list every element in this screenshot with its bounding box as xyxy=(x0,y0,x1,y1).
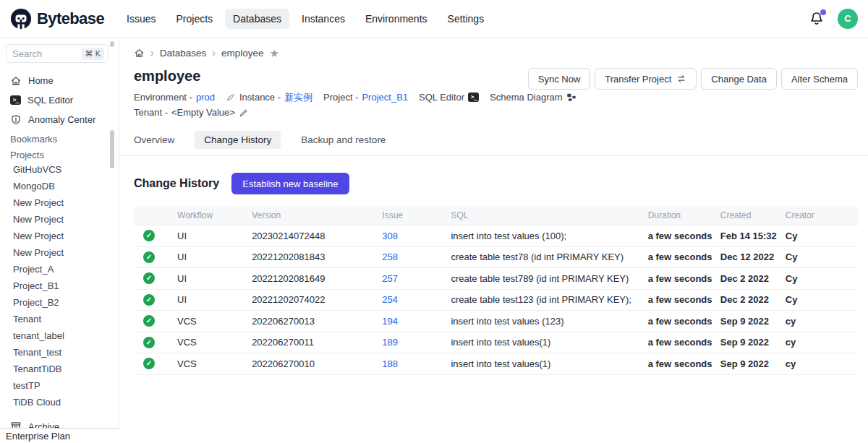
transfer-arrows-icon xyxy=(676,74,686,84)
tab-overview[interactable]: Overview xyxy=(134,131,174,149)
alter-schema-button[interactable]: Alter Schema xyxy=(781,68,858,90)
schema-diagram-icon xyxy=(566,93,576,103)
establish-new-baseline-button[interactable]: Establish new baseline xyxy=(231,173,349,194)
issue-link[interactable]: 258 xyxy=(382,251,398,262)
sidebar-scrollbar-cap[interactable] xyxy=(110,41,114,47)
workflow-cell: VCS xyxy=(171,311,246,332)
nav-item-issues[interactable]: Issues xyxy=(119,9,163,29)
sidebar-scrollbar-thumb[interactable] xyxy=(110,130,114,168)
bytebase-logo[interactable]: Bytebase xyxy=(10,8,104,30)
sync-now-button[interactable]: Sync Now xyxy=(528,68,591,90)
search-box[interactable]: ⌘ K xyxy=(6,44,109,63)
breadcrumb-databases[interactable]: Databases xyxy=(160,48,207,59)
sidebar-project-new-project-2[interactable]: New Project xyxy=(0,211,119,228)
sidebar-item-anomaly-center[interactable]: Anomaly Center xyxy=(6,110,113,129)
sidebar-project-tenant-test[interactable]: Tenant_test xyxy=(0,344,119,361)
sidebar-project-project-a[interactable]: Project_A xyxy=(0,261,119,278)
nav-item-environments[interactable]: Environments xyxy=(357,9,435,29)
issue-link[interactable]: 189 xyxy=(382,337,398,348)
issue-link[interactable]: 254 xyxy=(382,294,398,305)
sql-cell: insert into test values(1) xyxy=(445,332,642,353)
table-row[interactable]: ✓ VCS 202206270011 189 insert into test … xyxy=(134,332,858,353)
nav-item-instances[interactable]: Instances xyxy=(294,9,353,29)
breadcrumb-home-icon[interactable] xyxy=(134,48,145,59)
sidebar-item-sql-editor[interactable]: >_ SQL Editor xyxy=(6,90,113,110)
sidebar-project-testtp[interactable]: testTP xyxy=(0,377,119,394)
change-data-label: Change Data xyxy=(711,74,767,85)
environment-meta: Environment - prod xyxy=(134,92,215,103)
version-cell: 202206270011 xyxy=(246,332,376,353)
success-check-icon: ✓ xyxy=(143,272,155,284)
issue-link[interactable]: 308 xyxy=(382,231,398,241)
nav-item-projects[interactable]: Projects xyxy=(169,9,221,29)
sidebar-section-bookmarks[interactable]: Bookmarks xyxy=(0,129,119,145)
instance-link[interactable]: 新实例 xyxy=(284,91,312,104)
notification-bell-icon[interactable] xyxy=(809,11,825,27)
home-icon xyxy=(10,75,22,87)
table-row[interactable]: ✓ VCS 202206270013 194 insert into test … xyxy=(134,311,858,332)
sidebar-project-tenanttidb[interactable]: TenantTiDB xyxy=(0,361,119,377)
sql-cell: create table test123 (id int PRIMARY KEY… xyxy=(445,289,642,311)
creator-cell: Cy xyxy=(780,225,858,247)
col-workflow: Workflow xyxy=(171,206,246,225)
sql-editor-shortcut[interactable]: SQL Editor >_ xyxy=(419,92,479,103)
table-row[interactable]: ✓ UI 20221202074022 254 create table tes… xyxy=(134,289,858,311)
creator-cell: cy xyxy=(780,311,858,332)
tab-backup-and-restore[interactable]: Backup and restore xyxy=(301,131,386,149)
tab-change-history[interactable]: Change History xyxy=(195,131,281,149)
issue-link[interactable]: 257 xyxy=(382,273,398,284)
success-check-icon: ✓ xyxy=(143,337,155,348)
user-avatar[interactable]: C xyxy=(838,9,858,29)
sidebar-project-project-b2[interactable]: Project_B2 xyxy=(0,294,119,311)
issue-link[interactable]: 188 xyxy=(382,358,398,369)
sidebar-item-label: Home xyxy=(28,75,54,86)
table-row[interactable]: ✓ UI 20230214072448 308 insert into test… xyxy=(134,225,858,247)
table-row[interactable]: ✓ VCS 202206270010 188 insert into test … xyxy=(134,353,858,375)
environment-link[interactable]: prod xyxy=(196,92,215,103)
sidebar-project-project-b1[interactable]: Project_B1 xyxy=(0,278,119,294)
change-history-section-header: Change History Establish new baseline xyxy=(134,173,858,194)
change-data-button[interactable]: Change Data xyxy=(701,68,777,90)
col-duration: Duration xyxy=(642,206,715,225)
nav-item-settings[interactable]: Settings xyxy=(440,9,493,29)
sidebar-project-tenant[interactable]: Tenant xyxy=(0,311,119,327)
table-row[interactable]: ✓ UI 20221202081843 258 create table tes… xyxy=(134,246,858,268)
nav-item-databases[interactable]: Databases xyxy=(225,9,289,29)
created-cell: Dec 2 2022 xyxy=(715,289,780,311)
sidebar-project-mongodb[interactable]: MongoDB xyxy=(0,178,119,194)
duration-cell: a few seconds xyxy=(642,225,715,247)
sidebar-item-home[interactable]: Home xyxy=(6,71,113,90)
sql-editor-label: SQL Editor xyxy=(419,92,464,103)
edit-pencil-icon[interactable] xyxy=(239,108,249,118)
creator-cell: cy xyxy=(780,353,858,375)
database-meta-row-2: Tenant - <Empty Value> xyxy=(134,105,858,120)
sidebar-project-new-project-1[interactable]: New Project xyxy=(0,194,119,211)
tenant-label: Tenant - xyxy=(134,107,168,118)
schema-diagram-shortcut[interactable]: Schema Diagram xyxy=(490,92,576,103)
bytebase-logo-icon xyxy=(10,8,32,30)
sidebar: ⌘ K Home >_ SQL Editor Anomaly Center xyxy=(0,38,119,443)
alter-schema-label: Alter Schema xyxy=(791,74,848,85)
sql-cell: create table test789 (id int PRIMARY KEY… xyxy=(445,268,642,290)
table-row[interactable]: ✓ UI 20221202081649 257 create table tes… xyxy=(134,268,858,290)
environment-label: Environment - xyxy=(134,92,192,103)
sidebar-project-tidb-cloud[interactable]: TiDB Cloud xyxy=(0,394,119,410)
bookmark-star-icon[interactable]: ★ xyxy=(269,48,278,59)
database-actions: Sync Now Transfer Project Change Data Al… xyxy=(528,68,858,90)
project-link[interactable]: Project_B1 xyxy=(362,92,408,103)
sidebar-section-projects[interactable]: Projects xyxy=(0,145,119,161)
transfer-project-button[interactable]: Transfer Project xyxy=(595,68,697,90)
instance-label: Instance - xyxy=(239,92,281,103)
sidebar-project-tenant-label[interactable]: tenant_label xyxy=(0,327,119,344)
workflow-cell: VCS xyxy=(171,332,246,353)
version-cell: 202206270013 xyxy=(246,311,376,332)
issue-link[interactable]: 194 xyxy=(382,316,398,327)
sidebar-project-githubvcs[interactable]: GitHubVCS xyxy=(0,161,119,178)
tabs-divider xyxy=(119,155,868,156)
sidebar-project-new-project-3[interactable]: New Project xyxy=(0,228,119,244)
sidebar-project-new-project-4[interactable]: New Project xyxy=(0,244,119,261)
sql-cell: insert into test values (123) xyxy=(445,311,642,332)
main-nav: Issues Projects Databases Instances Envi… xyxy=(119,9,492,29)
search-input[interactable] xyxy=(12,48,82,59)
breadcrumb-employee[interactable]: employee xyxy=(221,48,264,59)
